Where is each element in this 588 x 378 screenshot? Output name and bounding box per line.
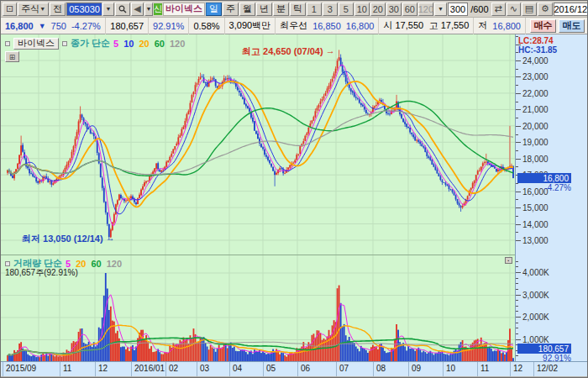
tab-period-년[interactable]: 년 [256, 3, 272, 16]
current-volume-box: 180,657 [517, 344, 571, 354]
volume-ratio: 92.91% [153, 21, 184, 31]
legend-marker-icon[interactable] [5, 261, 10, 266]
tick-mark [516, 207, 521, 208]
arrow-right-icon: → [106, 233, 115, 245]
bar-total-label: /600 [469, 3, 490, 16]
volume-chart[interactable] [1, 255, 515, 362]
legend-marker-icon[interactable] [5, 41, 10, 46]
price-tick-20000: 20,000 [522, 122, 549, 131]
settings-gear-icon[interactable]: ⚙ [538, 3, 553, 16]
sell-button[interactable]: 매도 [559, 19, 585, 33]
quote-strip: 16,800 ▼ 750 -4.27% 180,657 92.91% 0.58%… [1, 18, 588, 34]
tab-period-주[interactable]: 주 [223, 3, 239, 16]
tab-period-일[interactable]: 일 [206, 3, 222, 16]
credit-badge: 신 [154, 3, 162, 15]
tick-mark [516, 159, 521, 160]
date-label-12: 12 [95, 362, 131, 377]
minute-button-1[interactable]: 1 [307, 3, 322, 16]
price-legend-stock-name: 바이넥스 [13, 38, 59, 50]
minute-button-group: 13510203060120 [307, 3, 433, 16]
tick-mark [516, 93, 521, 94]
tick-mark [516, 52, 518, 53]
trendline-icon[interactable]: ∿ [507, 3, 521, 16]
price-legend: 바이넥스 종가 단순 5102060120 [5, 37, 185, 50]
price-ma-legend: 5102060120 [113, 39, 185, 49]
tick-mark [516, 224, 521, 225]
tick-mark [516, 199, 518, 200]
interval-select[interactable]: ▼ [434, 3, 447, 16]
minute-button-60[interactable]: 60 [402, 3, 417, 16]
volume-pane[interactable]: 거래량 단순 52060120 180,657주(92.91%) ▪ [1, 255, 515, 361]
price-change-pct: -4.27% [71, 21, 101, 31]
tick-mark [516, 60, 521, 61]
volume-tick-2000: 2,000K [522, 312, 549, 322]
date-label-06: 06 [297, 362, 336, 377]
minute-button-30[interactable]: 30 [386, 3, 402, 16]
stock-name-label: 바이넥스 [163, 3, 205, 16]
price-tick-15000: 15,000 [522, 203, 549, 213]
date-label-09: 09 [408, 362, 443, 377]
ma-legend-60: 60 [91, 259, 101, 269]
low-price: 16,800 [492, 21, 521, 31]
current-price-box: 16,800 [517, 173, 571, 183]
volume-current-text: 180,657주(92.91%) [5, 267, 78, 279]
minute-button-3[interactable]: 3 [323, 3, 338, 16]
tick-mark [516, 109, 521, 110]
high-annotation: 최고 24,650 (07/04)→ [242, 45, 335, 58]
tick-mark [516, 216, 518, 217]
stock-code-input[interactable]: 053030 [66, 3, 102, 16]
speaker-icon[interactable]: ◀ [131, 3, 144, 16]
tick-mark [516, 266, 518, 267]
price-pane[interactable]: 바이넥스 종가 단순 5102060120 ⊞ 최고 24,650 (07/04… [1, 34, 515, 255]
search-icon[interactable] [115, 3, 130, 16]
stock-chart-window: ⊡ 주식 ▼ 전 053030 ▼ ◀ ▼ 신 바이넥스 일주월년분틱 1351… [0, 0, 588, 378]
current-price-pct: -4.27% [517, 183, 571, 192]
chart-region: 바이넥스 종가 단순 5102060120 ⊞ 최고 24,650 (07/04… [1, 34, 588, 378]
low-annotation: 최저 13,050 (12/14)→ [22, 233, 115, 245]
date-label-04: 04 [229, 362, 263, 377]
tick-mark [516, 45, 521, 45]
tab-period-틱[interactable]: 틱 [290, 3, 306, 16]
speaker-dropdown-icon[interactable]: ▼ [144, 3, 153, 16]
minute-button-5[interactable]: 5 [339, 3, 354, 16]
open-label: 시 [383, 20, 392, 30]
date-label-2015-09: 2015/09 [3, 362, 60, 377]
candlestick-chart[interactable] [1, 34, 515, 255]
tick-mark [516, 134, 518, 135]
chart-date-input[interactable]: 2016/12/02 [554, 3, 588, 16]
chevron-down-icon: ▼ [438, 6, 444, 12]
chart-grid-icon[interactable]: ⊞ [5, 51, 19, 62]
current-price: 16,800 [5, 21, 34, 31]
code-dropdown-icon[interactable]: ▼ [102, 3, 114, 16]
price-tick-13000: 13,000 [522, 236, 549, 245]
asset-type-select[interactable]: 주식 ▼ [18, 3, 49, 16]
tick-mark [516, 150, 518, 151]
arrow-right-icon: → [326, 45, 335, 58]
tab-period-분[interactable]: 분 [273, 3, 289, 16]
volume-pane-collapse-icon[interactable]: ▪ [505, 257, 512, 264]
prev-stock-button[interactable]: 전 [50, 3, 66, 16]
tick-mark [516, 328, 518, 328]
crosshair-add-icon[interactable]: ⇄ [491, 3, 506, 16]
minute-button-10[interactable]: 10 [354, 3, 370, 16]
lc-value: LC:28.74 [518, 36, 554, 45]
price-change: 750 [51, 21, 66, 31]
minute-button-20[interactable]: 20 [370, 3, 386, 16]
tab-period-월[interactable]: 월 [239, 3, 255, 16]
ma-legend-60: 60 [155, 39, 165, 49]
date-axis[interactable]: 2015/0911122016/010203040506070809101112… [1, 361, 588, 376]
price-tick-14000: 14,000 [522, 220, 549, 229]
save-icon[interactable]: ▤ [522, 3, 537, 16]
bar-count-input[interactable]: 300 [448, 3, 468, 16]
legend-marker-icon[interactable] [62, 41, 67, 46]
tick-mark [516, 240, 521, 241]
price-tick-24000: 24,000 [522, 56, 549, 66]
tick-mark [516, 295, 521, 296]
best-bid: 16,800 [346, 21, 375, 31]
window-panel-icon[interactable]: ⊡ [3, 3, 17, 16]
minute-button-120[interactable]: 120 [418, 3, 433, 16]
asset-type-label: 주식 [21, 3, 39, 15]
chevron-down-icon: ▼ [39, 6, 45, 12]
buy-button[interactable]: 매수 [530, 19, 556, 33]
date-label-08: 08 [373, 362, 408, 377]
